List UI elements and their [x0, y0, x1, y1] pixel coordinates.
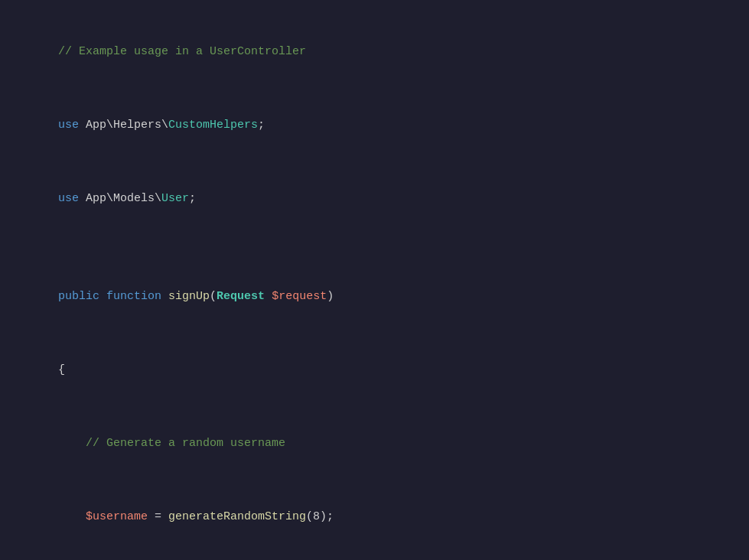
- keyword-function: function: [106, 290, 161, 303]
- code-line-6: {: [31, 334, 718, 407]
- var-username-1: $username: [86, 510, 148, 523]
- keyword-use-2: use: [58, 192, 79, 205]
- code-line-3: use App\Models\User;: [31, 162, 718, 236]
- code-line-7: // Generate a random username: [31, 407, 718, 480]
- code-line-5: public function signUp(Request $request): [31, 260, 718, 334]
- code-line-1: // Example usage in a UserController: [31, 15, 718, 89]
- var-request: $request: [272, 290, 327, 303]
- function-signup: signUp: [168, 290, 210, 303]
- code-editor: // Example usage in a UserController use…: [0, 0, 749, 560]
- class-request: Request: [217, 290, 265, 303]
- code-line-2: use App\Helpers\CustomHelpers;: [31, 89, 718, 162]
- code-line-8: $username = generateRandomString(8);: [31, 480, 718, 554]
- comment-2: // Generate a random username: [86, 437, 285, 450]
- code-line-9: [31, 554, 718, 560]
- comment-1: // Example usage in a UserController: [58, 45, 306, 58]
- keyword-use-1: use: [58, 119, 79, 132]
- func-generate-1: generateRandomString: [168, 510, 306, 523]
- code-line-4: [31, 236, 718, 260]
- keyword-public: public: [58, 290, 99, 303]
